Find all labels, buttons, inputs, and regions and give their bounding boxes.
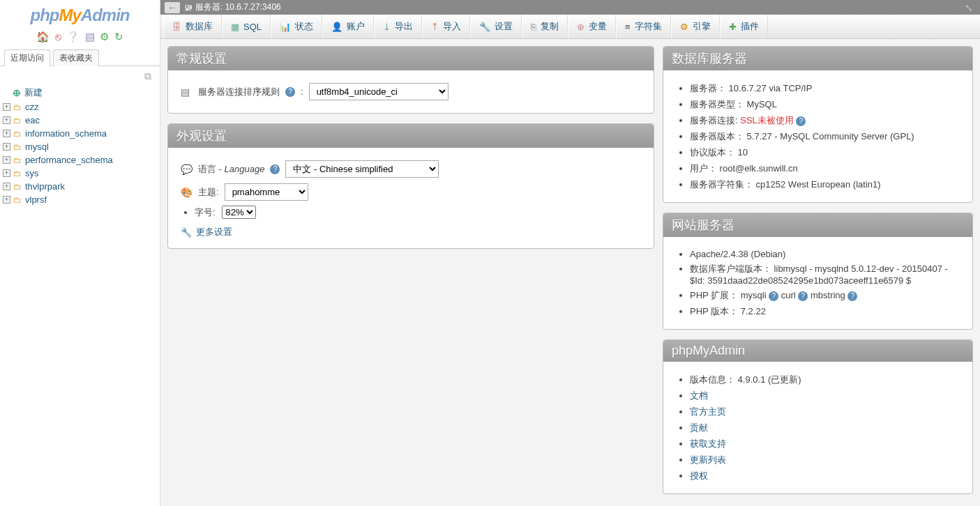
fontsize-row: 字号: 82% — [195, 204, 641, 220]
help-icon[interactable]: ? — [798, 291, 808, 301]
database-icon: 🗀 — [13, 129, 22, 139]
menu-label: 字符集 — [635, 20, 662, 33]
help-icon[interactable]: ? — [769, 291, 778, 301]
tree-db-item[interactable]: +🗀sys — [3, 167, 160, 180]
menu-icon: ⤒ — [431, 22, 439, 32]
menu-插件[interactable]: ✚插件 — [720, 15, 768, 38]
settings-icon[interactable]: ⚙ — [100, 31, 109, 43]
list-item: 服务器类型： MySQL — [690, 96, 960, 112]
expand-icon[interactable]: + — [3, 143, 10, 151]
menu-导出[interactable]: ⤓导出 — [374, 15, 422, 38]
collation-select[interactable]: utf8mb4_unicode_ci — [309, 83, 448, 100]
database-icon: 🗀 — [13, 116, 22, 125]
reload-icon[interactable]: ↻ — [114, 31, 123, 43]
fontsize-label: 字号: — [195, 207, 216, 217]
menu-icon: ⎘ — [531, 22, 536, 32]
list-item: PHP 扩展： mysqli ? curl ? mbstring ? — [690, 287, 960, 303]
list-item: 文档 — [690, 388, 960, 404]
tree-db-item[interactable]: +🗀eac — [3, 114, 160, 127]
menu-label: 插件 — [741, 20, 759, 33]
menu-label: 数据库 — [186, 20, 213, 33]
help-icon[interactable]: ? — [847, 291, 857, 301]
logout-icon[interactable]: ⎋ — [55, 31, 61, 43]
theme-select[interactable]: pmahomme — [225, 183, 308, 201]
tab-favorites[interactable]: 表收藏夹 — [53, 49, 99, 66]
tree-db-item[interactable]: +🗀performance_schema — [3, 153, 160, 167]
pma-link[interactable]: 授权 — [690, 470, 708, 481]
help-icon[interactable]: ? — [796, 116, 806, 126]
list-item: 获取支持 — [690, 436, 960, 452]
menu-引擎[interactable]: ⚙引擎 — [671, 15, 720, 38]
expand-icon[interactable]: + — [3, 103, 10, 111]
expand-icon[interactable]: + — [3, 130, 10, 137]
expand-icon[interactable]: + — [3, 116, 10, 124]
tree-db-item[interactable]: +🗀information_schema — [3, 127, 160, 140]
expand-icon[interactable]: + — [3, 156, 10, 164]
pma-link[interactable]: 更新列表 — [690, 454, 726, 465]
menu-label: SQL — [243, 22, 262, 32]
menu-label: 导入 — [443, 20, 461, 33]
pma-link[interactable]: 文档 — [690, 390, 708, 401]
menu-设置[interactable]: 🔧设置 — [470, 15, 522, 38]
sidebar: phpMyAdmin 🏠 ⎋ ❔ ▤ ⚙ ↻ 近期访问 表收藏夹 ⧉ ⊕新建+🗀… — [0, 0, 160, 506]
panel-appearance: 外观设置 💬 语言 - Language ? 中文 - Chinese simp… — [167, 123, 654, 249]
menu-数据库[interactable]: 🗄数据库 — [163, 15, 222, 38]
menu-账户[interactable]: 👤账户 — [322, 15, 374, 38]
list-item: 服务器字符集： cp1252 West European (latin1) — [690, 176, 960, 192]
help-icon[interactable]: ? — [285, 87, 295, 97]
panel-title: phpMyAdmin — [663, 340, 972, 362]
menu-label: 设置 — [495, 20, 513, 33]
menu-icon: 👤 — [331, 22, 342, 32]
more-settings-link[interactable]: 🔧 更多设置 — [181, 220, 641, 238]
expand-icon[interactable]: + — [3, 183, 10, 190]
logo[interactable]: phpMyAdmin — [0, 0, 160, 28]
database-icon: 🗀 — [13, 155, 22, 165]
panel-web-server: 网站服务器 Apache/2.4.38 (Debian)数据库客户端版本： li… — [663, 213, 973, 330]
tree-db-item[interactable]: +🗀czz — [3, 100, 160, 114]
pin-icon[interactable]: ⤡ — [962, 2, 976, 13]
menu-label: 状态 — [295, 20, 313, 33]
pma-link[interactable]: 获取支持 — [690, 438, 726, 449]
pma-link[interactable]: 贡献 — [690, 422, 708, 433]
tree-db-item[interactable]: +🗀vlprsf — [3, 193, 160, 206]
menu-label: 复制 — [541, 20, 559, 33]
home-icon[interactable]: 🏠 — [36, 31, 50, 43]
menu-导入[interactable]: ⤒导入 — [422, 15, 470, 38]
menu-变量[interactable]: ⊕变量 — [568, 15, 616, 38]
tree-new-db[interactable]: ⊕新建 — [13, 85, 160, 100]
tree-db-item[interactable]: +🗀mysql — [3, 140, 160, 153]
fontsize-select[interactable]: 82% — [222, 206, 256, 219]
nav-toggle-icon[interactable]: ← — [165, 2, 180, 13]
sql-icon[interactable]: ▤ — [85, 31, 95, 43]
menu-label: 变量 — [589, 20, 607, 33]
pma-link[interactable]: 官方主页 — [690, 406, 726, 417]
menu-label: 导出 — [395, 20, 413, 33]
expand-icon[interactable]: + — [3, 196, 10, 204]
tab-recent[interactable]: 近期访问 — [4, 49, 50, 66]
collation-label: 服务器连接排序规则 — [198, 86, 280, 98]
list-item: 授权 — [690, 468, 960, 484]
language-label: 语言 - Language — [198, 163, 264, 176]
list-item: PHP 版本： 7.2.22 — [690, 303, 960, 319]
collapse-icon[interactable]: ⧉ — [0, 70, 160, 85]
menu-状态[interactable]: 📊状态 — [271, 15, 322, 38]
new-icon: ⊕ — [13, 87, 21, 98]
panel-title: 常规设置 — [168, 47, 654, 70]
menu-SQL[interactable]: ▦SQL — [222, 15, 271, 38]
menu-字符集[interactable]: ≡字符集 — [616, 15, 671, 38]
database-icon: 🗀 — [13, 142, 22, 152]
server-breadcrumb[interactable]: 服务器: 10.6.7.27:3406 — [195, 1, 281, 13]
menu-复制[interactable]: ⎘复制 — [522, 15, 568, 38]
language-select[interactable]: 中文 - Chinese simplified — [285, 160, 439, 178]
list-item: 协议版本： 10 — [690, 144, 960, 160]
tree-db-item[interactable]: +🗀thvlprpark — [3, 180, 160, 193]
help-icon[interactable]: ? — [270, 164, 280, 174]
logo-part-3: Admin — [81, 6, 130, 24]
expand-icon[interactable]: + — [3, 169, 10, 177]
docs-icon[interactable]: ❔ — [66, 31, 80, 43]
menu-icon: ▦ — [231, 22, 239, 32]
list-item: 服务器连接: SSL未被使用 ? — [690, 112, 960, 128]
database-icon: 🗀 — [13, 195, 22, 205]
theme-label: 主题: — [198, 186, 219, 199]
main: ← 🖳 服务器: 10.6.7.27:3406 ⤡ 🗄数据库▦SQL📊状态👤账户… — [160, 0, 980, 506]
